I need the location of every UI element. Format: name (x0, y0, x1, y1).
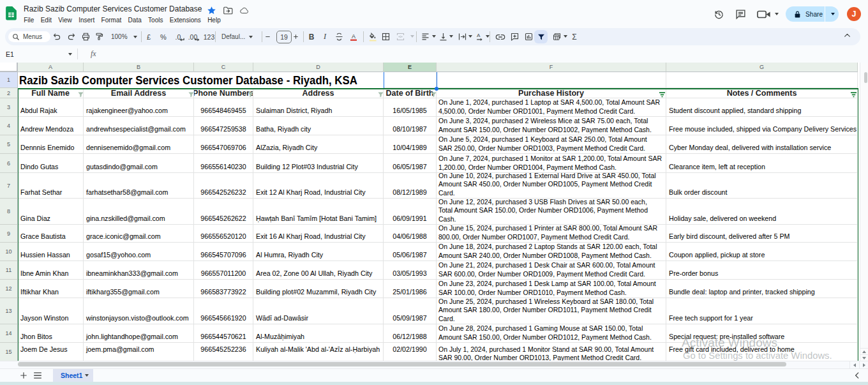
cell-purchase-row4[interactable]: On June 3, 2024, purchased 2 Wireless Mi… (437, 117, 666, 135)
cell-address-row10[interactable]: Al Humra, Riyadh City (253, 243, 384, 261)
cell-address-row8[interactable]: Ḥawṭah Banī Tamīm [Hotat Bani Tamim] (253, 199, 384, 225)
format-currency-button[interactable]: £ (142, 30, 156, 43)
cell-dob-row11[interactable]: 03/05/1993 (384, 261, 437, 280)
row-header-8[interactable]: 8 (0, 199, 18, 225)
row-header-4[interactable]: 4 (0, 117, 18, 135)
cell-name-row14[interactable]: Jhon Bitos (18, 324, 84, 343)
cell-phone-row14[interactable]: 966544570621 (194, 324, 253, 343)
meet-video-icon[interactable] (757, 7, 780, 21)
column-header-E[interactable]: E (384, 63, 437, 72)
row-header-10[interactable]: 10 (0, 243, 18, 261)
row-header-6[interactable]: 6 (0, 154, 18, 173)
increase-font-size-button[interactable] (289, 30, 303, 43)
cell-phone-row4[interactable]: 966547259538 (194, 117, 253, 135)
row-header-12[interactable]: 12 (0, 280, 18, 298)
row-header-13[interactable]: 13 (0, 298, 18, 324)
cell-purchase-row9[interactable]: On June 15, 2024, purchased 1 Printer at… (437, 225, 666, 243)
share-dropdown-button[interactable] (825, 6, 839, 22)
cell-name-row5[interactable]: Dennnis Enemido (18, 135, 84, 154)
fill-color-button[interactable] (366, 30, 380, 43)
cell-address-row4[interactable]: Batha, Riyadh city (253, 117, 384, 135)
row-header-9[interactable]: 9 (0, 225, 18, 243)
insert-link-button[interactable] (493, 30, 507, 43)
cell-dob-row4[interactable]: 08/10/1987 (384, 117, 437, 135)
cell-email-row14[interactable]: john.lightandhope@gmail.com (84, 324, 194, 343)
cell-address-row12[interactable]: Building plot#02 Muzammil, Riyadh City (253, 280, 384, 298)
cell-email-row6[interactable]: gutasdindo@gmail.com (84, 154, 194, 173)
row-header-2[interactable]: 2 (0, 88, 18, 98)
cell-dob-row9[interactable]: 04/06/1988 (384, 225, 437, 243)
text-wrap-button[interactable] (456, 30, 469, 43)
cell-phone-row6[interactable]: 966556140230 (194, 154, 253, 173)
cell-phone-row8[interactable]: 966545262622 (194, 199, 253, 225)
cell-purchase-row14[interactable]: On June 28, 2024, purchased 1 Gaming Mou… (437, 324, 666, 343)
row-header-14[interactable]: 14 (0, 324, 18, 343)
cell-phone-row15[interactable]: 966545252236 (194, 343, 253, 361)
cell-notes-row8[interactable]: Holiday sale, delivered on weekend (666, 199, 858, 225)
cell-dob-row8[interactable]: 06/09/1991 (384, 199, 437, 225)
insert-comment-button[interactable] (508, 30, 521, 43)
cell-email-row13[interactable]: winstonjayson.visto@outlook.com (84, 298, 194, 324)
cell-F1[interactable] (437, 72, 666, 88)
decrease-font-size-button[interactable] (261, 30, 274, 43)
cell-dob-row5[interactable]: 10/04/1989 (384, 135, 437, 154)
cell-dob-row12[interactable]: 25/01/1986 (384, 280, 437, 298)
cell-name-row3[interactable]: Abdul Rajak (18, 98, 84, 117)
cell-purchase-row15[interactable]: On July 1, 2024, purchased 1 Monitor Sta… (437, 343, 666, 361)
add-sheet-button[interactable] (17, 369, 30, 382)
cell-phone-row7[interactable]: 966542526232 (194, 173, 253, 199)
undo-button[interactable] (50, 30, 64, 43)
borders-button[interactable] (379, 30, 393, 43)
collapse-side-panel-icon[interactable] (853, 371, 862, 380)
cell-address-row14[interactable]: Al-Muzāḥimiyah (253, 324, 384, 343)
cell-address-row13[interactable]: Wādī ad-Dawāsir (253, 298, 384, 324)
cell-notes-row12[interactable]: Bundle deal: laptop and printer, tracked… (666, 280, 858, 298)
bold-button[interactable]: B (305, 30, 318, 43)
cell-purchase-row3[interactable]: On June 1, 2024, purchased 1 Laptop at S… (437, 98, 666, 117)
italic-button[interactable]: I (318, 30, 332, 43)
paint-format-button[interactable] (93, 30, 106, 43)
share-button[interactable]: Share (786, 6, 825, 22)
cell-notes-row13[interactable]: Free tech support for 1 year (666, 298, 858, 324)
row-header-3[interactable]: 3 (0, 98, 18, 117)
cell-name-row9[interactable]: Grace Bautista (18, 225, 84, 243)
cell-name-row8[interactable]: Gina Diaz (18, 199, 84, 225)
cell-email-row8[interactable]: gina.nzskilled@gmail.com (84, 199, 194, 225)
cell-name-row15[interactable]: Joem De Jesus (18, 343, 84, 361)
cell-address-row9[interactable]: Exit 16 Al Kharj Road, Industrial City (253, 225, 384, 243)
cell-dob-row13[interactable]: 05/09/1987 (384, 298, 437, 324)
cell-dob-row7[interactable]: 08/12/1989 (384, 173, 437, 199)
column-header-G[interactable]: G (666, 63, 858, 72)
print-button[interactable] (79, 30, 93, 43)
sheet-tab[interactable]: Sheet1 (53, 369, 93, 382)
cell-phone-row13[interactable]: 966545661920 (194, 298, 253, 324)
cell-G1[interactable] (666, 72, 858, 88)
cell-notes-row6[interactable]: Clearance item, left at reception (666, 154, 858, 173)
column-header-F[interactable]: F (437, 63, 666, 72)
cell-email-row10[interactable]: gosaf15@yohoo.com (84, 243, 194, 261)
cell-email-row11[interactable]: ibneaminkhan333@gmail.com (84, 261, 194, 280)
text-rotation-button[interactable]: A (473, 30, 486, 43)
cell-email-row3[interactable]: rajakengineer@yahoo.com (84, 98, 194, 117)
header-cell-6[interactable]: Notes / Comments (666, 88, 858, 98)
cell-A1-title[interactable]: Razib Sazib Computer Services Customer D… (18, 72, 437, 88)
scroll-up-button[interactable] (860, 348, 868, 354)
cell-name-row11[interactable]: Ibne Amin Khan (18, 261, 84, 280)
header-cell-2[interactable]: Phone Numbers (194, 88, 253, 98)
name-box[interactable]: E1 (0, 46, 72, 63)
cell-phone-row10[interactable]: 966545707096 (194, 243, 253, 261)
cell-address-row5[interactable]: AlZazia, Riyadh City (253, 135, 384, 154)
cell-notes-row7[interactable]: Bulk order discount (666, 173, 858, 199)
create-filter-button[interactable] (534, 30, 548, 43)
column-header-C[interactable]: C (194, 63, 253, 72)
scroll-right-button[interactable] (859, 361, 868, 369)
cell-notes-row10[interactable]: Coupon applied, pickup at store (666, 243, 858, 261)
row-header-7[interactable]: 7 (0, 173, 18, 199)
cell-notes-row14[interactable]: Special request: pre-installed software (666, 324, 858, 343)
header-cell-4[interactable]: Date of Birth (384, 88, 437, 98)
font-name-button[interactable]: Defaul... (219, 30, 256, 43)
strikethrough-button[interactable] (333, 30, 346, 43)
cell-email-row7[interactable]: farhatsethar58@gmail.com (84, 173, 194, 199)
more-formats-button[interactable]: 123 (202, 30, 216, 43)
cell-name-row7[interactable]: Farhat Sethar (18, 173, 84, 199)
